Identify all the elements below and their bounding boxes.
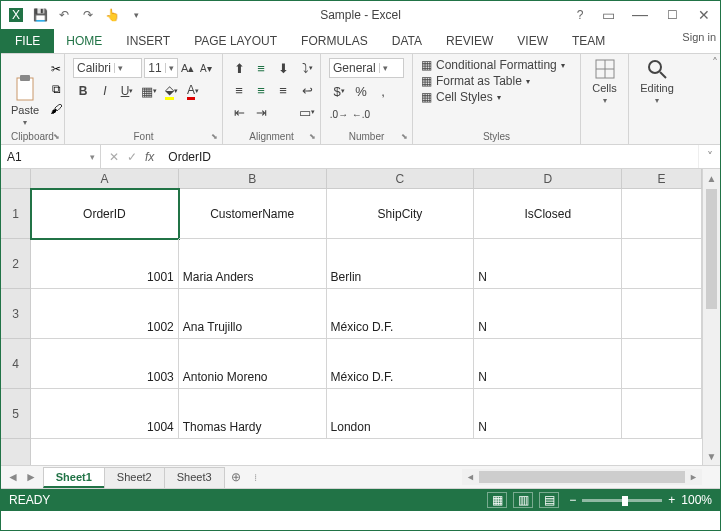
cells-grid[interactable]: OrderIDCustomerNameShipCityIsClosed1001M… bbox=[31, 189, 702, 465]
column-header-B[interactable]: B bbox=[179, 169, 327, 188]
tab-formulas[interactable]: FORMULAS bbox=[289, 29, 380, 53]
align-left-icon[interactable]: ≡ bbox=[229, 80, 249, 100]
conditional-formatting-button[interactable]: ▦Conditional Formatting▾ bbox=[421, 58, 572, 72]
clipboard-launcher[interactable] bbox=[50, 130, 62, 142]
align-top-icon[interactable]: ⬆ bbox=[229, 58, 249, 78]
name-box[interactable]: ▾ bbox=[1, 145, 101, 168]
row-header-1[interactable]: 1 bbox=[1, 189, 30, 239]
underline-icon[interactable]: U▾ bbox=[117, 81, 137, 101]
scroll-down-icon[interactable]: ▼ bbox=[703, 447, 720, 465]
copy-icon[interactable]: ⧉ bbox=[47, 80, 65, 98]
cell[interactable] bbox=[622, 189, 702, 239]
scroll-up-icon[interactable]: ▲ bbox=[703, 169, 720, 187]
number-format-combo[interactable]: General▾ bbox=[329, 58, 404, 78]
fill-color-icon[interactable]: ⬙▾ bbox=[161, 81, 181, 101]
cell[interactable]: 1003 bbox=[31, 339, 179, 389]
cell[interactable]: México D.F. bbox=[327, 339, 475, 389]
close-icon[interactable]: ✕ bbox=[688, 4, 720, 26]
sheet-tab-sheet2[interactable]: Sheet2 bbox=[104, 467, 165, 488]
cell[interactable]: London bbox=[327, 389, 475, 439]
redo-icon[interactable]: ↷ bbox=[77, 4, 99, 26]
row-header-5[interactable]: 5 bbox=[1, 389, 30, 439]
cell[interactable] bbox=[622, 389, 702, 439]
nav-prev-icon[interactable]: ◄ bbox=[7, 470, 19, 484]
cancel-formula-icon[interactable]: ✕ bbox=[109, 150, 119, 164]
scroll-thumb[interactable] bbox=[706, 189, 717, 309]
format-painter-icon[interactable]: 🖌 bbox=[47, 100, 65, 118]
align-middle-icon[interactable]: ≡ bbox=[251, 58, 271, 78]
row-header-3[interactable]: 3 bbox=[1, 289, 30, 339]
scroll-thumb[interactable] bbox=[479, 471, 685, 483]
column-header-E[interactable]: E bbox=[622, 169, 702, 188]
zoom-out-icon[interactable]: − bbox=[569, 493, 576, 507]
ribbon-display-icon[interactable]: ▭ bbox=[592, 4, 624, 26]
maximize-icon[interactable]: ☐ bbox=[656, 4, 688, 26]
nav-next-icon[interactable]: ► bbox=[25, 470, 37, 484]
cell[interactable]: Berlin bbox=[327, 239, 475, 289]
sheet-nav[interactable]: ◄► bbox=[1, 470, 43, 484]
cell[interactable]: N bbox=[474, 339, 622, 389]
cell-styles-button[interactable]: ▦Cell Styles▾ bbox=[421, 90, 572, 104]
tab-insert[interactable]: INSERT bbox=[114, 29, 182, 53]
cell[interactable]: 1001 bbox=[31, 239, 179, 289]
tab-file[interactable]: FILE bbox=[1, 29, 54, 53]
cell[interactable]: N bbox=[474, 389, 622, 439]
undo-icon[interactable]: ↶ bbox=[53, 4, 75, 26]
sheet-tab-sheet1[interactable]: Sheet1 bbox=[43, 467, 105, 488]
decrease-font-icon[interactable]: A▾ bbox=[198, 58, 214, 78]
vertical-scrollbar[interactable]: ▲ ▼ bbox=[702, 169, 720, 465]
cell[interactable]: Antonio Moreno bbox=[179, 339, 327, 389]
alignment-launcher[interactable] bbox=[306, 130, 318, 142]
cell[interactable]: N bbox=[474, 239, 622, 289]
expand-formula-bar-icon[interactable]: ˅ bbox=[698, 145, 720, 168]
tab-split-handle[interactable]: ⁞ bbox=[248, 472, 263, 483]
page-break-view-icon[interactable]: ▤ bbox=[539, 492, 559, 508]
column-header-C[interactable]: C bbox=[327, 169, 475, 188]
zoom-in-icon[interactable]: + bbox=[668, 493, 675, 507]
font-launcher[interactable] bbox=[208, 130, 220, 142]
cell[interactable]: OrderID bbox=[31, 189, 179, 239]
row-header-2[interactable]: 2 bbox=[1, 239, 30, 289]
page-layout-view-icon[interactable]: ▥ bbox=[513, 492, 533, 508]
enter-formula-icon[interactable]: ✓ bbox=[127, 150, 137, 164]
font-size-combo[interactable]: 11▾ bbox=[144, 58, 177, 78]
zoom-slider[interactable] bbox=[582, 499, 662, 502]
scroll-right-icon[interactable]: ► bbox=[685, 472, 702, 482]
row-header-4[interactable]: 4 bbox=[1, 339, 30, 389]
new-sheet-icon[interactable]: ⊕ bbox=[224, 470, 248, 484]
horizontal-scrollbar[interactable]: ◄ ► bbox=[462, 469, 702, 485]
cell[interactable] bbox=[622, 339, 702, 389]
collapse-ribbon-icon[interactable]: ˄ bbox=[712, 56, 718, 70]
cell[interactable]: México D.F. bbox=[327, 289, 475, 339]
align-center-icon[interactable]: ≡ bbox=[251, 80, 271, 100]
increase-indent-icon[interactable]: ⇥ bbox=[251, 102, 271, 122]
tab-review[interactable]: REVIEW bbox=[434, 29, 505, 53]
cell[interactable]: 1002 bbox=[31, 289, 179, 339]
column-header-D[interactable]: D bbox=[474, 169, 622, 188]
font-name-combo[interactable]: Calibri▾ bbox=[73, 58, 142, 78]
bold-icon[interactable]: B bbox=[73, 81, 93, 101]
cells-button[interactable]: Cells ▾ bbox=[585, 56, 624, 107]
sign-in-link[interactable]: Sign in bbox=[682, 31, 716, 43]
align-bottom-icon[interactable]: ⬇ bbox=[273, 58, 293, 78]
orientation-icon[interactable]: ⤵▾ bbox=[297, 58, 317, 78]
percent-format-icon[interactable]: % bbox=[351, 81, 371, 101]
wrap-text-icon[interactable]: ↩ bbox=[297, 80, 317, 100]
italic-icon[interactable]: I bbox=[95, 81, 115, 101]
tab-team[interactable]: TEAM bbox=[560, 29, 617, 53]
increase-decimal-icon[interactable]: .0→ bbox=[329, 104, 349, 124]
number-launcher[interactable] bbox=[398, 130, 410, 142]
format-as-table-button[interactable]: ▦Format as Table▾ bbox=[421, 74, 572, 88]
tab-page-layout[interactable]: PAGE LAYOUT bbox=[182, 29, 289, 53]
tab-data[interactable]: DATA bbox=[380, 29, 434, 53]
save-icon[interactable]: 💾 bbox=[29, 4, 51, 26]
cell[interactable]: ShipCity bbox=[327, 189, 475, 239]
decrease-indent-icon[interactable]: ⇤ bbox=[229, 102, 249, 122]
increase-font-icon[interactable]: A▴ bbox=[180, 58, 196, 78]
cell[interactable] bbox=[622, 239, 702, 289]
border-icon[interactable]: ▦▾ bbox=[139, 81, 159, 101]
tab-view[interactable]: VIEW bbox=[505, 29, 560, 53]
qat-customize-icon[interactable]: ▾ bbox=[125, 4, 147, 26]
normal-view-icon[interactable]: ▦ bbox=[487, 492, 507, 508]
accounting-format-icon[interactable]: $▾ bbox=[329, 81, 349, 101]
